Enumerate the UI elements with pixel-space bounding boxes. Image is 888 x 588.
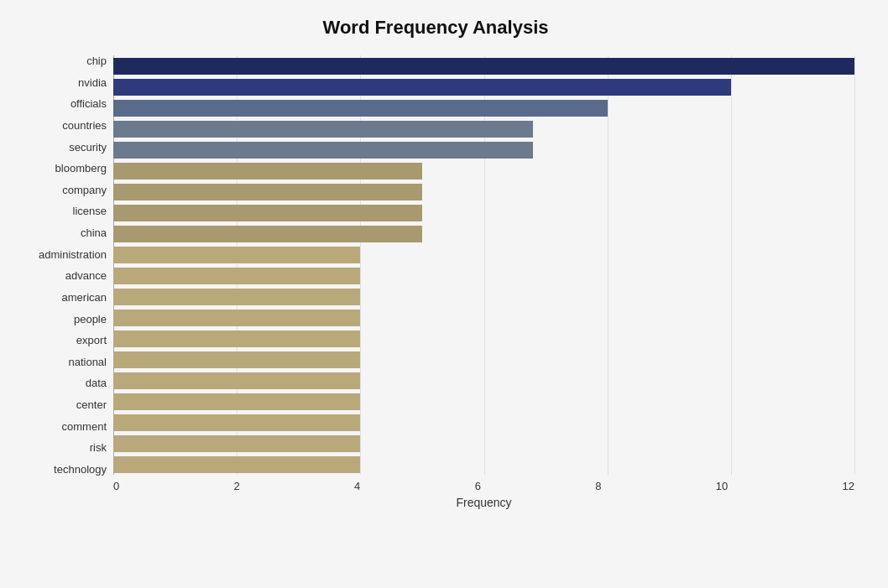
bar-row (113, 160, 854, 181)
x-tick: 8 (595, 480, 601, 492)
y-label: american (62, 292, 107, 303)
x-tick: 2 (234, 480, 240, 492)
bar (113, 247, 360, 263)
y-label: company (62, 185, 107, 195)
bar-row (113, 76, 854, 97)
bar-row (113, 412, 854, 433)
bar (113, 393, 360, 410)
y-label: national (68, 356, 107, 367)
y-label: china (81, 227, 107, 238)
y-label: administration (39, 249, 107, 260)
y-label: center (76, 399, 107, 410)
bar (113, 289, 360, 305)
y-label: people (74, 314, 107, 325)
bar (113, 184, 422, 200)
bar-row (113, 181, 854, 202)
y-label: comment (62, 421, 107, 432)
x-axis-label: Frequency (113, 496, 854, 509)
bar-row (113, 118, 854, 139)
bar (113, 226, 422, 242)
y-label: security (69, 142, 107, 153)
bar (113, 121, 533, 138)
bar-row (113, 391, 854, 412)
bar (113, 58, 854, 75)
bar (113, 456, 360, 473)
bar-row (113, 349, 854, 370)
bar-row (113, 286, 854, 307)
y-label: license (73, 206, 107, 216)
bar (113, 372, 360, 389)
bar-row (113, 139, 854, 160)
y-label: risk (90, 442, 107, 453)
bar (113, 351, 360, 368)
y-label: officials (71, 98, 107, 109)
y-label: countries (62, 120, 107, 131)
x-tick: 0 (113, 480, 119, 492)
x-tick: 6 (475, 480, 481, 492)
bar (113, 268, 360, 284)
bar-row (113, 265, 854, 286)
grid-line (854, 55, 855, 475)
bar (113, 414, 360, 431)
x-tick: 12 (843, 480, 854, 492)
bar-row (113, 433, 854, 454)
chart-title: Word Frequency Analysis (17, 17, 854, 39)
y-label: export (76, 335, 107, 346)
x-tick: 10 (716, 480, 728, 492)
bar (113, 142, 533, 159)
chart-area: chipnvidiaofficialscountriessecuritybloo… (17, 55, 854, 509)
x-axis-container: 024681012 (113, 480, 854, 492)
bar-row (113, 454, 854, 475)
y-label: chip (86, 55, 107, 66)
y-label: advance (65, 270, 107, 281)
y-label: technology (54, 464, 107, 475)
y-label: bloomberg (55, 163, 107, 174)
bar (113, 100, 608, 117)
bar-row (113, 202, 854, 223)
chart-container: Word Frequency Analysis chipnvidiaoffici… (0, 0, 888, 588)
bar (113, 163, 422, 180)
bar-row (113, 223, 854, 244)
bar (113, 205, 422, 221)
y-label: nvidia (78, 77, 107, 88)
y-labels: chipnvidiaofficialscountriessecuritybloo… (17, 55, 113, 475)
bars-and-grid (113, 55, 854, 475)
bar-row (113, 328, 854, 349)
bar-row (113, 97, 854, 118)
x-tick: 4 (354, 480, 360, 492)
bar-row (113, 55, 854, 76)
bar-row (113, 370, 854, 391)
bar (113, 330, 360, 347)
y-label: data (86, 377, 107, 388)
x-ticks: 024681012 (113, 480, 854, 492)
bar (113, 310, 360, 326)
bar-row (113, 244, 854, 265)
bars-section: chipnvidiaofficialscountriessecuritybloo… (17, 55, 854, 475)
bar (113, 435, 360, 452)
bar-row (113, 307, 854, 328)
bar (113, 79, 731, 96)
